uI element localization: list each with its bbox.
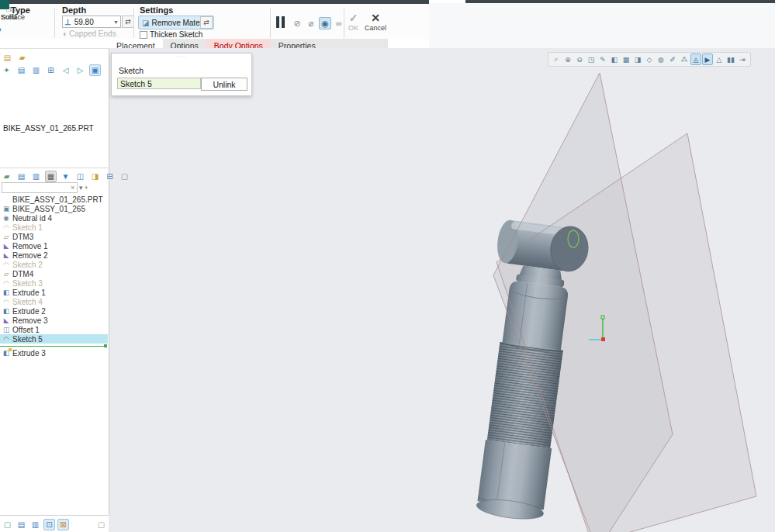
- grip-upper-body: [502, 280, 569, 350]
- feature-preview-icon[interactable]: ◉: [319, 17, 331, 29]
- folder-browser-icon[interactable]: ▰: [16, 52, 28, 64]
- sketch-icon: ◠: [2, 279, 10, 287]
- top-right-blank-area: [429, 3, 775, 48]
- group-separator: [133, 9, 134, 38]
- view-manager-icon[interactable]: ▦: [621, 54, 631, 65]
- in-graphics-toolbar: ⌕⊕⊖◳✎◧▦◨◇◍✐⁂◬▶△▮▮⇥: [548, 52, 751, 67]
- display-style-icon[interactable]: ◨: [632, 54, 643, 65]
- sketch-label: Sketch: [119, 66, 144, 75]
- perspective-icon[interactable]: ◇: [644, 54, 655, 65]
- tree-view-icon[interactable]: ⊞: [45, 64, 57, 76]
- annotation-display-icon[interactable]: ✐: [667, 54, 678, 65]
- pause-button[interactable]: [276, 16, 285, 28]
- search-dropdown-icon[interactable]: ▾: [79, 184, 83, 192]
- tree-search-input[interactable]: [2, 183, 71, 192]
- sketch-icon: ◠: [2, 261, 10, 268]
- model-tree: BIKE_ASSY_01_265.PRT ▣ BIKE_ASSY_01_265 …: [0, 195, 108, 358]
- tree-settings-doc-icon[interactable]: ▢: [119, 171, 130, 182]
- capped-ends-label: Capped Ends: [69, 29, 116, 38]
- zoom-in-icon[interactable]: ⊕: [562, 54, 573, 65]
- capped-ends-option: ◖ Capped Ends: [62, 29, 116, 38]
- warning-icon[interactable]: △: [714, 54, 725, 65]
- add-search-icon[interactable]: +: [85, 184, 88, 192]
- list-view-icon[interactable]: ▤: [16, 64, 27, 76]
- tree-layers-icon[interactable]: ◨: [89, 171, 101, 182]
- sketch-reference-field[interactable]: [117, 78, 201, 89]
- tree-item-sketch-2[interactable]: ◠ Sketch 2: [0, 260, 108, 269]
- spin-center-icon[interactable]: ◬: [690, 54, 701, 65]
- forward-icon[interactable]: ▷: [74, 64, 86, 76]
- tree-item-sketch-3[interactable]: ◠ Sketch 3: [0, 278, 108, 288]
- exit-oriented-icon[interactable]: ⇥: [737, 54, 748, 65]
- tree-item-neutral-id-4[interactable]: ◉ Neutral id 4: [0, 213, 108, 223]
- cancel-button[interactable]: ✕ Cancel: [365, 12, 386, 32]
- show-list-icon[interactable]: ▰: [1, 171, 12, 182]
- remove-feature-icon: ◣: [2, 242, 10, 250]
- tree-detail-icon[interactable]: ▥: [30, 171, 42, 182]
- tree-item-sketch-4[interactable]: ◠ Sketch 4: [0, 297, 108, 306]
- body-icon: ▣: [2, 205, 10, 212]
- clipped-ribbon-icon: ◗: [0, 23, 3, 35]
- tree-item-remove-3[interactable]: ◣ Remove 3: [0, 316, 108, 325]
- favorites-icon[interactable]: ✦: [1, 64, 12, 76]
- tree-item-bike-assy-01-265-prt[interactable]: BIKE_ASSY_01_265.PRT: [0, 195, 108, 204]
- window-status-toolbar: ▢▤▥⊡⊠▢: [2, 519, 107, 530]
- back-icon[interactable]: ◁: [60, 64, 71, 76]
- tree-item-remove-1[interactable]: ◣ Remove 1: [0, 241, 108, 250]
- depth-dropdown-caret[interactable]: ▼: [113, 19, 120, 25]
- tree-item-dtm3[interactable]: ▱ DTM3: [0, 232, 108, 241]
- tree-list-icon[interactable]: ▤: [16, 171, 27, 182]
- no-preview-icon[interactable]: ⊘: [291, 17, 303, 29]
- tree-item-extrude-1[interactable]: ◧ Extrude 1: [0, 288, 108, 297]
- datum-display-icon[interactable]: ⁂: [679, 54, 690, 65]
- type-option-label: Surface: [1, 13, 25, 21]
- depth-value-combo[interactable]: ⊥ ▼: [62, 16, 121, 28]
- repaint-icon[interactable]: ✎: [597, 54, 608, 65]
- pause-icon[interactable]: ▮▮: [725, 54, 736, 65]
- sketch-icon: ◠: [2, 223, 10, 231]
- clear-search-icon[interactable]: ×: [71, 185, 76, 192]
- flip-depth-direction-button[interactable]: ⇄: [122, 16, 134, 28]
- ok-button[interactable]: ✓ OK: [348, 12, 358, 32]
- status-detail-icon[interactable]: ▥: [29, 519, 41, 530]
- tree-item-remove-2[interactable]: ◣ Remove 2: [0, 250, 108, 260]
- thicken-sketch-checkbox[interactable]: [140, 31, 147, 39]
- refit-icon[interactable]: ◳: [586, 54, 597, 65]
- tree-filter-icon[interactable]: ▼: [60, 171, 71, 182]
- flip-direction-icon: ⇄: [125, 18, 131, 26]
- status-list-icon[interactable]: ▤: [16, 519, 27, 530]
- panel-drag-handle[interactable]: ····: [176, 54, 188, 60]
- tree-item-extrude-2[interactable]: ◧ Extrude 2: [0, 306, 108, 316]
- saved-views-icon[interactable]: ◧: [609, 54, 620, 65]
- tree-item-offset-1[interactable]: ◫ Offset 1: [0, 325, 108, 334]
- depth-value-input[interactable]: [73, 17, 112, 27]
- activate-window-icon[interactable]: ⊠: [57, 519, 69, 530]
- tree-columns-icon[interactable]: ◫: [74, 171, 86, 182]
- tree-item-sketch-5[interactable]: ◠ Sketch 5: [0, 334, 108, 344]
- pending-marker: [9, 348, 12, 351]
- new-object-doc-icon[interactable]: ▢: [95, 519, 107, 530]
- orientation-icon[interactable]: ▶: [702, 54, 713, 65]
- unlink-button[interactable]: Unlink: [201, 78, 247, 91]
- detail-view-icon[interactable]: ▥: [30, 64, 42, 76]
- verify-feature-icon[interactable]: ⌀: [305, 17, 317, 29]
- tree-grid-icon[interactable]: ▦: [45, 171, 57, 182]
- tree-item-dtm4[interactable]: ▱ DTM4: [0, 269, 108, 278]
- model-doc-icon[interactable]: ▢: [2, 519, 13, 530]
- sync-model-tree-icon[interactable]: ▣: [89, 64, 101, 76]
- scene-icon[interactable]: ◍: [656, 54, 666, 65]
- graphics-area[interactable]: ⌕⊕⊖◳✎◧▦◨◇◍✐⁂◬▶△▮▮⇥: [109, 48, 775, 532]
- zoom-out-icon[interactable]: ⊖: [574, 54, 585, 65]
- zoom-window-icon[interactable]: ⌕: [551, 54, 562, 65]
- layer-tree-icon[interactable]: ▤: [2, 52, 13, 64]
- remove-feature-icon: ◣: [2, 316, 10, 324]
- collapse-all-icon[interactable]: ⊟: [104, 171, 116, 182]
- tree-search-box[interactable]: ×: [2, 182, 78, 193]
- tree-item-bike-assy-01-265[interactable]: ▣ BIKE_ASSY_01_265: [0, 204, 108, 213]
- extrude-feature-icon: ◧: [2, 288, 10, 296]
- tree-item-extrude-3[interactable]: ◧ Extrude 3: [0, 348, 108, 358]
- flip-material-side-button[interactable]: ⇄: [200, 16, 213, 29]
- tree-item-sketch-1[interactable]: ◠ Sketch 1: [0, 223, 108, 232]
- swap-windows-icon[interactable]: ⊡: [43, 519, 55, 530]
- thicken-sketch-option[interactable]: Thicken Sketch: [140, 30, 202, 39]
